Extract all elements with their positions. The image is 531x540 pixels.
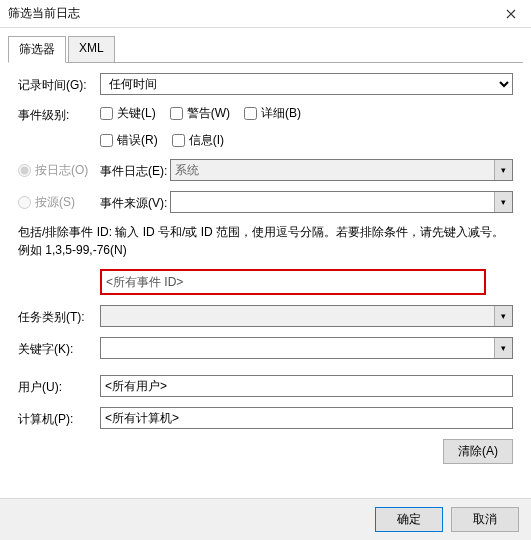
combo-keywords[interactable]: ▾ xyxy=(100,337,513,359)
dialog-footer: 确定 取消 xyxy=(0,498,531,540)
event-level-group-2: 错误(R) 信息(I) xyxy=(100,132,513,149)
chevron-down-icon[interactable]: ▾ xyxy=(494,192,512,212)
label-user: 用户(U): xyxy=(18,377,100,396)
radio-by-log[interactable]: 按日志(O) xyxy=(18,162,88,179)
close-button[interactable] xyxy=(491,0,531,28)
chevron-down-icon: ▾ xyxy=(494,306,512,326)
check-info[interactable]: 信息(I) xyxy=(172,132,224,149)
label-event-log: 事件日志(E): xyxy=(100,161,170,180)
combo-task-category: ▾ xyxy=(100,305,513,327)
input-computer[interactable] xyxy=(100,407,513,429)
label-task-category: 任务类别(T): xyxy=(18,307,100,326)
tab-xml[interactable]: XML xyxy=(68,36,115,62)
label-log-time: 记录时间(G): xyxy=(18,75,100,94)
chevron-down-icon[interactable]: ▾ xyxy=(494,338,512,358)
chevron-down-icon: ▾ xyxy=(494,160,512,180)
check-verbose[interactable]: 详细(B) xyxy=(244,105,301,122)
event-level-group: 关键(L) 警告(W) 详细(B) xyxy=(100,105,513,122)
radio-by-source[interactable]: 按源(S) xyxy=(18,194,75,211)
select-log-time[interactable]: 任何时间 xyxy=(100,73,513,95)
event-id-help: 包括/排除事件 ID: 输入 ID 号和/或 ID 范围，使用逗号分隔。若要排除… xyxy=(18,223,513,259)
ok-button[interactable]: 确定 xyxy=(375,507,443,532)
tab-filter[interactable]: 筛选器 xyxy=(8,36,66,63)
cancel-button[interactable]: 取消 xyxy=(451,507,519,532)
check-critical[interactable]: 关键(L) xyxy=(100,105,156,122)
input-keywords[interactable] xyxy=(101,338,494,358)
combo-event-source[interactable]: ▾ xyxy=(170,191,513,213)
label-event-level: 事件级别: xyxy=(18,105,100,124)
input-event-source[interactable] xyxy=(171,192,494,212)
input-event-log xyxy=(171,160,494,180)
check-warning[interactable]: 警告(W) xyxy=(170,105,230,122)
window-title: 筛选当前日志 xyxy=(8,5,80,22)
label-computer: 计算机(P): xyxy=(18,409,100,428)
input-user[interactable] xyxy=(100,375,513,397)
clear-button[interactable]: 清除(A) xyxy=(443,439,513,464)
input-event-ids[interactable] xyxy=(102,271,484,293)
combo-event-log: ▾ xyxy=(170,159,513,181)
filter-panel: 记录时间(G): 任何时间 事件级别: 关键(L) 警告(W) 详细(B) 错误… xyxy=(0,63,531,474)
check-error[interactable]: 错误(R) xyxy=(100,132,158,149)
titlebar: 筛选当前日志 xyxy=(0,0,531,28)
label-event-source: 事件来源(V): xyxy=(100,193,170,212)
event-id-highlight xyxy=(100,269,486,295)
label-keywords: 关键字(K): xyxy=(18,339,100,358)
tab-bar: 筛选器 XML xyxy=(8,36,523,63)
input-task-category xyxy=(101,306,494,326)
close-icon xyxy=(506,9,516,19)
